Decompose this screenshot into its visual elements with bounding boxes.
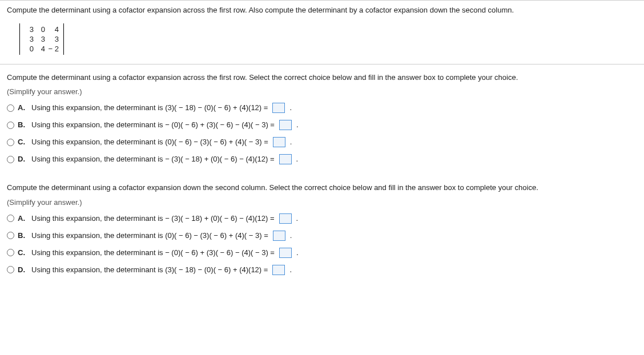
part1-answer-a[interactable] — [272, 103, 285, 113]
choice-letter: C. — [18, 245, 28, 260]
part2-radio-c[interactable] — [7, 249, 14, 256]
m-1-1: 3 — [35, 34, 46, 44]
part1-radio-c[interactable] — [7, 139, 14, 146]
period: . — [296, 245, 299, 260]
period: . — [289, 100, 292, 115]
part2-instruction: Compute the determinant using a cofactor… — [7, 183, 637, 193]
part1-simplify: (Simplify your answer.) — [7, 87, 637, 96]
question-section: Compute the determinant using a cofactor… — [0, 1, 644, 64]
period: . — [290, 135, 292, 150]
part1-instruction: Compute the determinant using a cofactor… — [7, 72, 637, 83]
part1-choice-a: A. Using this expansion, the determinant… — [7, 100, 637, 115]
m-2-2: − 2 — [46, 44, 60, 54]
choice-letter: B. — [18, 118, 28, 132]
part1-answer-c[interactable] — [273, 137, 285, 147]
part2-answer-c[interactable] — [279, 248, 292, 258]
period: . — [296, 211, 299, 226]
part1-answer-d[interactable] — [279, 154, 292, 164]
question-intro: Compute the determinant using a cofactor… — [7, 5, 637, 15]
part2-section: Compute the determinant using a cofactor… — [0, 175, 644, 285]
choice-letter: A. — [18, 211, 28, 226]
choice-text: Using this expansion, the determinant is… — [31, 135, 268, 150]
part2-radio-d[interactable] — [7, 266, 14, 273]
choice-text: Using this expansion, the determinant is… — [31, 211, 275, 226]
choice-letter: D. — [18, 263, 28, 277]
part1-radio-b[interactable] — [7, 122, 14, 129]
part2-choice-b: B. Using this expansion, the determinant… — [7, 228, 637, 243]
part1-section: Compute the determinant using a cofactor… — [0, 64, 644, 175]
period: . — [296, 152, 299, 167]
m-1-2: 3 — [46, 34, 60, 44]
part2-choice-c: C. Using this expansion, the determinant… — [7, 245, 637, 260]
part2-answer-d[interactable] — [272, 265, 285, 275]
choice-text: Using this expansion, the determinant is… — [31, 118, 275, 132]
part2-choice-a: A. Using this expansion, the determinant… — [7, 211, 637, 226]
part2-answer-b[interactable] — [273, 231, 285, 241]
choice-letter: B. — [18, 228, 28, 243]
period: . — [296, 118, 299, 132]
part1-radio-d[interactable] — [7, 156, 14, 163]
period: . — [289, 263, 292, 277]
m-0-0: 3 — [23, 25, 35, 34]
m-0-2: 4 — [46, 25, 60, 34]
m-2-0: 0 — [23, 44, 35, 54]
choice-letter: D. — [18, 152, 28, 167]
choice-text: Using this expansion, the determinant is… — [31, 152, 275, 167]
part2-radio-b[interactable] — [7, 232, 14, 239]
m-0-1: 0 — [35, 25, 46, 34]
part1-answer-b[interactable] — [279, 120, 292, 130]
choice-text: Using this expansion, the determinant is… — [31, 263, 268, 277]
period: . — [290, 228, 292, 243]
part2-choice-d: D. Using this expansion, the determinant… — [7, 263, 637, 277]
choice-text: Using this expansion, the determinant is… — [31, 245, 275, 260]
part1-choice-d: D. Using this expansion, the determinant… — [7, 152, 637, 167]
m-1-0: 3 — [23, 34, 35, 44]
choice-letter: C. — [18, 135, 28, 150]
part2-radio-a[interactable] — [7, 215, 14, 222]
choice-text: Using this expansion, the determinant is… — [31, 100, 268, 115]
m-2-1: 4 — [35, 44, 46, 54]
part2-answer-a[interactable] — [279, 213, 292, 224]
determinant-display: 3 0 4 3 3 3 0 4 − 2 — [19, 23, 64, 55]
choice-letter: A. — [18, 100, 28, 115]
part1-choice-b: B. Using this expansion, the determinant… — [7, 118, 637, 132]
choice-text: Using this expansion, the determinant is… — [31, 228, 268, 243]
part1-radio-a[interactable] — [7, 104, 14, 112]
part2-simplify: (Simplify your answer.) — [7, 198, 637, 207]
part1-choice-c: C. Using this expansion, the determinant… — [7, 135, 637, 150]
